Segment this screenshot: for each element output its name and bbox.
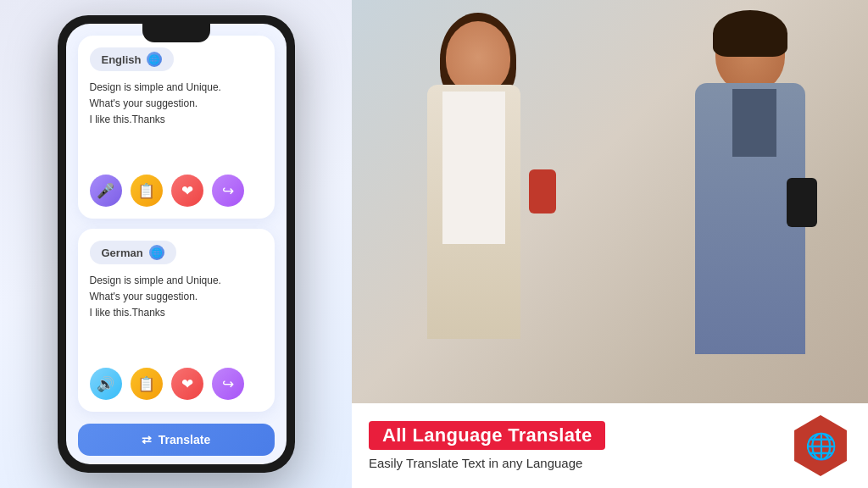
german-lang-badge[interactable]: German 🌐 (90, 241, 176, 264)
german-action-buttons: 🔊 📋 ❤ ↪ (90, 368, 263, 400)
hex-shape: 🌐 (790, 415, 851, 476)
globe-icon-big: 🌐 (805, 431, 837, 461)
share-button-2[interactable]: ↪ (212, 368, 244, 400)
woman-face (446, 21, 510, 93)
german-globe-icon: 🌐 (149, 245, 164, 260)
banner-content: All Language Translate Easily Translate … (369, 421, 790, 470)
photo-background: All Language Translate Easily Translate … (352, 0, 868, 488)
woman-phone (529, 169, 556, 214)
english-action-buttons: 🎤 📋 ❤ ↪ (90, 175, 263, 207)
english-label: English (102, 53, 142, 66)
german-card: German 🌐 Design is simple and Unique.Wha… (78, 229, 275, 412)
phone-notch (142, 24, 210, 42)
german-text: Design is simple and Unique.What's your … (90, 273, 263, 356)
english-text: Design is simple and Unique.What's your … (90, 80, 263, 163)
translate-button-label: Translate (159, 433, 210, 446)
share-button-1[interactable]: ↪ (212, 175, 244, 207)
favorite-button-2[interactable]: ❤ (171, 368, 203, 400)
man-figure (648, 0, 868, 420)
hex-icon-container: 🌐 (790, 415, 851, 476)
english-globe-icon: 🌐 (147, 52, 162, 67)
favorite-button-1[interactable]: ❤ (171, 175, 203, 207)
mic-button[interactable]: 🎤 (90, 175, 122, 207)
copy-button-1[interactable]: 📋 (131, 175, 163, 207)
english-lang-badge[interactable]: English 🌐 (90, 47, 175, 71)
phone-screen: English 🌐 Design is simple and Unique.Wh… (66, 24, 287, 464)
bottom-banner: All Language Translate Easily Translate … (352, 403, 868, 488)
speaker-button[interactable]: 🔊 (90, 368, 122, 400)
man-hair (713, 10, 787, 57)
banner-title: All Language Translate (369, 421, 605, 450)
copy-button-2[interactable]: 📋 (131, 368, 163, 400)
right-panel: All Language Translate Easily Translate … (352, 0, 868, 488)
german-label: German (102, 247, 143, 259)
man-phone (787, 178, 817, 227)
woman-shirt (442, 92, 505, 244)
translate-icon: ⇄ (142, 433, 152, 446)
phone-mockup: English 🌐 Design is simple and Unique.Wh… (58, 15, 295, 473)
translate-button[interactable]: ⇄ Translate (78, 424, 275, 456)
man-shirt (732, 89, 776, 157)
english-card: English 🌐 Design is simple and Unique.Wh… (78, 36, 275, 219)
left-panel: English 🌐 Design is simple and Unique.Wh… (0, 0, 352, 488)
woman-figure (393, 0, 580, 420)
banner-subtitle: Easily Translate Text in any Language (369, 456, 790, 470)
